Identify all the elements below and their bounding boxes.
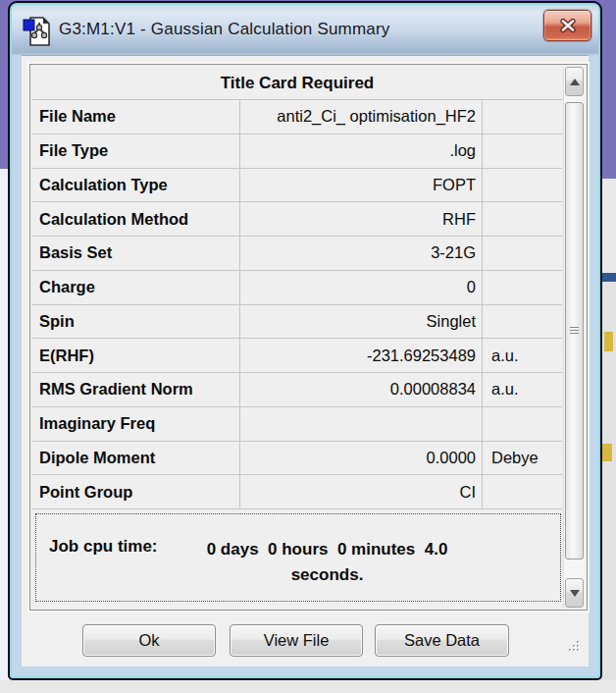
- scrollbar-thumb[interactable]: [565, 102, 584, 560]
- row-unit: [483, 237, 562, 270]
- row-unit: Debye: [483, 442, 562, 475]
- job-cpu-time-box: Job cpu time: 0 days 0 hours 0 minutes 4…: [35, 513, 561, 602]
- row-unit: [483, 407, 562, 441]
- scroll-down-button[interactable]: [565, 578, 584, 608]
- table-row-file-name: File Name anti2_Ci_ optimisation_HF2: [32, 100, 562, 134]
- background-strip-right-mid: [601, 179, 616, 273]
- table-row-dipole-moment: Dipole Moment 0.0000 Debye: [32, 442, 562, 476]
- background-strip-bottom: [0, 680, 616, 693]
- table-row-energy-rhf: E(RHF) -231.69253489 a.u.: [32, 339, 562, 373]
- resize-grip[interactable]: [567, 639, 581, 653]
- row-label: Calculation Type: [32, 169, 240, 202]
- scrollbar-grip-icon: [570, 327, 579, 335]
- row-value: .log: [240, 134, 483, 168]
- job-cpu-time-value: 0 days 0 hours 0 minutes 4.0 seconds.: [181, 514, 474, 601]
- table-row-calculation-type: Calculation Type FOPT: [32, 169, 562, 203]
- row-label: RMS Gradient Norm: [32, 373, 240, 406]
- row-unit: a.u.: [483, 373, 562, 406]
- row-value: 0: [240, 271, 483, 304]
- row-unit: [483, 100, 562, 133]
- vertical-scrollbar[interactable]: [563, 67, 585, 608]
- table-row-imaginary-freq: Imaginary Freq: [32, 407, 562, 442]
- table-row-file-type: File Type .log: [32, 134, 562, 169]
- row-label: File Type: [32, 134, 240, 168]
- summary-table: Title Card Required File Name anti2_Ci_ …: [32, 67, 562, 509]
- row-label: E(RHF): [32, 339, 240, 372]
- row-value: 0.0000: [240, 442, 483, 475]
- row-label: Charge: [32, 271, 240, 304]
- background-fragment: [604, 332, 613, 351]
- close-button[interactable]: [543, 10, 591, 41]
- scroll-up-button[interactable]: [565, 67, 584, 96]
- row-value: 0.00008834: [240, 373, 483, 406]
- row-unit: [483, 271, 562, 304]
- row-label: Dipole Moment: [32, 442, 240, 475]
- row-value: [240, 407, 483, 441]
- title-bar[interactable]: G3:M1:V1 - Gaussian Calculation Summary: [12, 5, 598, 55]
- table-header-title-card: Title Card Required: [32, 67, 562, 100]
- row-label: Spin: [32, 305, 240, 339]
- background-strip-right: [601, 0, 616, 179]
- table-row-calculation-method: Calculation Method RHF: [32, 202, 562, 237]
- dialog-client-area: Title Card Required File Name anti2_Ci_ …: [22, 55, 589, 666]
- table-row-charge: Charge 0: [32, 271, 562, 305]
- ok-button[interactable]: Ok: [82, 624, 216, 657]
- background-fragment: [602, 444, 612, 461]
- view-file-button[interactable]: View File: [230, 624, 363, 657]
- row-value: Singlet: [240, 305, 483, 339]
- row-label: Imaginary Freq: [32, 407, 240, 441]
- triangle-up-icon: [570, 79, 580, 85]
- row-value: -231.69253489: [240, 339, 483, 372]
- x-close-icon: [559, 19, 577, 32]
- table-row-basis-set: Basis Set 3-21G: [32, 237, 562, 271]
- row-value: CI: [240, 475, 483, 508]
- row-label: Basis Set: [32, 237, 240, 270]
- row-unit: [483, 475, 562, 508]
- row-unit: a.u.: [483, 339, 562, 372]
- table-row-rms-gradient-norm: RMS Gradient Norm 0.00008834 a.u.: [32, 373, 562, 407]
- row-label: Calculation Method: [32, 202, 240, 236]
- row-value: RHF: [240, 202, 483, 236]
- job-cpu-time-label: Job cpu time:: [36, 514, 158, 601]
- triangle-down-icon: [570, 590, 580, 597]
- table-row-spin: Spin Singlet: [32, 305, 562, 340]
- gaussview-molecule-document-icon: [22, 14, 53, 47]
- row-unit: [483, 134, 562, 168]
- row-label: Point Group: [32, 475, 240, 508]
- row-value: 3-21G: [240, 237, 483, 270]
- table-row-point-group: Point Group CI: [32, 475, 562, 509]
- row-value: anti2_Ci_ optimisation_HF2: [240, 100, 483, 133]
- dialog-window: G3:M1:V1 - Gaussian Calculation Summary …: [8, 1, 602, 680]
- row-unit: [483, 305, 562, 339]
- summary-table-panel: Title Card Required File Name anti2_Ci_ …: [29, 64, 588, 611]
- row-label: File Name: [32, 100, 240, 133]
- save-data-button[interactable]: Save Data: [375, 624, 509, 657]
- row-unit: [483, 169, 562, 202]
- row-value: FOPT: [240, 169, 483, 202]
- window-title: G3:M1:V1 - Gaussian Calculation Summary: [59, 20, 390, 39]
- row-unit: [483, 202, 562, 236]
- background-strip-right-line: [601, 273, 616, 282]
